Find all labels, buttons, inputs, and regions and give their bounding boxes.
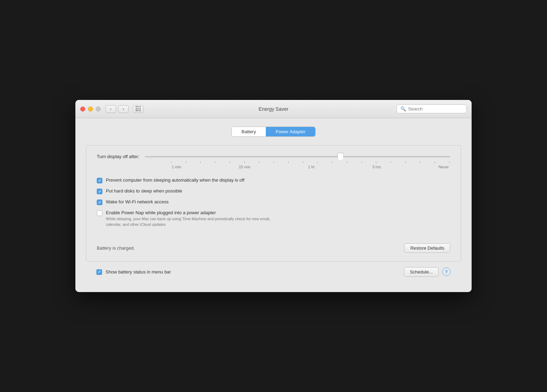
tick bbox=[288, 161, 289, 163]
ticks-inner: 1 min 15 min 1 hr 3 hrs Never bbox=[170, 161, 450, 169]
grid-button[interactable] bbox=[133, 105, 143, 113]
tick bbox=[200, 161, 201, 163]
tick bbox=[215, 161, 215, 163]
slider-label-1hr: 1 hr bbox=[308, 165, 315, 169]
battery-status: Battery is charged. bbox=[97, 245, 135, 251]
checkbox-row-wifi-wake: Wake for Wi-Fi network access bbox=[97, 199, 450, 205]
tick bbox=[391, 161, 391, 163]
checkbox-section: Prevent computer from sleeping automatic… bbox=[97, 177, 450, 227]
checkbox-prevent-sleep[interactable] bbox=[97, 178, 102, 183]
checkbox-row-power-nap: Enable Power Nap while plugged into a po… bbox=[97, 210, 450, 227]
help-button[interactable]: ? bbox=[442, 268, 451, 276]
window-title: Energy Saver bbox=[259, 106, 289, 112]
forward-icon: › bbox=[123, 107, 124, 111]
checkbox-row-hard-disks: Put hard disks to sleep when possible bbox=[97, 188, 450, 194]
tick bbox=[230, 161, 230, 163]
checkbox-label-wifi-wake: Wake for Wi-Fi network access bbox=[106, 199, 169, 204]
back-icon: ‹ bbox=[110, 107, 112, 111]
slider-track[interactable] bbox=[145, 156, 450, 157]
tick bbox=[244, 161, 245, 163]
checkbox-hard-disks[interactable] bbox=[97, 189, 102, 194]
tick-container: 1 min 15 min 1 hr 3 hrs Never bbox=[97, 161, 450, 169]
bottom-bar: Show battery status in menu bar Schedule… bbox=[86, 262, 461, 284]
tick bbox=[332, 161, 332, 163]
panel-footer: Battery is charged. Restore Defaults bbox=[97, 238, 450, 253]
tab-switcher: Battery Power Adapter bbox=[86, 127, 461, 137]
tick bbox=[420, 161, 420, 163]
checkbox-show-battery[interactable] bbox=[96, 269, 102, 275]
close-button[interactable] bbox=[80, 107, 85, 111]
checkbox-label-prevent-sleep: Prevent computer from sleeping automatic… bbox=[106, 177, 244, 183]
slider-row: Turn display off after: bbox=[97, 154, 450, 159]
maximize-button[interactable] bbox=[96, 107, 101, 111]
grid-icon bbox=[136, 106, 141, 111]
forward-button[interactable]: › bbox=[118, 105, 129, 113]
tick bbox=[259, 161, 259, 163]
slider-container bbox=[145, 156, 450, 157]
restore-defaults-button[interactable]: Restore Defaults bbox=[404, 243, 450, 253]
search-input[interactable] bbox=[408, 106, 463, 111]
slider-section: Turn display off after: bbox=[97, 154, 450, 169]
checkbox-label-hard-disks: Put hard disks to sleep when possible bbox=[106, 188, 182, 194]
schedule-button[interactable]: Schedule... bbox=[404, 267, 439, 277]
content-area: Battery Power Adapter Turn display off a… bbox=[75, 118, 472, 292]
slider-label: Turn display off after: bbox=[97, 154, 139, 159]
checkbox-power-nap[interactable] bbox=[97, 210, 102, 216]
settings-panel: Turn display off after: bbox=[86, 145, 461, 262]
tick bbox=[449, 161, 450, 163]
tick bbox=[434, 161, 435, 163]
titlebar: ‹ › Energy Saver 🔍 bbox=[75, 100, 472, 118]
tab-power-adapter[interactable]: Power Adapter bbox=[266, 127, 315, 136]
bottom-right: Schedule... ? bbox=[404, 267, 451, 277]
traffic-lights bbox=[80, 107, 101, 111]
slider-label-3hrs: 3 hrs bbox=[372, 165, 381, 169]
nav-buttons: ‹ › bbox=[106, 105, 143, 113]
search-icon: 🔍 bbox=[400, 106, 406, 111]
tick bbox=[347, 161, 347, 163]
slider-label-never: Never bbox=[439, 165, 449, 169]
tick bbox=[186, 161, 186, 163]
tab-battery[interactable]: Battery bbox=[232, 127, 266, 136]
search-box[interactable]: 🔍 bbox=[397, 104, 467, 113]
slider-thumb[interactable] bbox=[337, 153, 344, 161]
tick bbox=[362, 161, 362, 163]
slider-label-15min: 15 min bbox=[239, 165, 250, 169]
checkbox-label-power-nap: Enable Power Nap while plugged into a po… bbox=[106, 210, 270, 227]
tab-group: Battery Power Adapter bbox=[231, 127, 316, 137]
ticks bbox=[170, 161, 450, 163]
checkbox-wifi-wake[interactable] bbox=[97, 200, 102, 205]
tick bbox=[274, 161, 274, 163]
main-window: ‹ › Energy Saver 🔍 Battery Pow bbox=[75, 100, 472, 292]
tick bbox=[376, 161, 376, 163]
slider-label-1min: 1 min bbox=[172, 165, 181, 169]
show-battery-row: Show battery status in menu bar bbox=[96, 269, 171, 275]
tick bbox=[405, 161, 406, 163]
slider-labels: 1 min 15 min 1 hr 3 hrs Never bbox=[170, 165, 450, 169]
tick bbox=[317, 161, 318, 163]
show-battery-label: Show battery status in menu bar bbox=[106, 269, 171, 275]
tick bbox=[303, 161, 303, 163]
back-button[interactable]: ‹ bbox=[106, 105, 116, 113]
checkbox-row-prevent-sleep: Prevent computer from sleeping automatic… bbox=[97, 177, 450, 183]
tick bbox=[171, 161, 171, 163]
minimize-button[interactable] bbox=[88, 107, 93, 111]
